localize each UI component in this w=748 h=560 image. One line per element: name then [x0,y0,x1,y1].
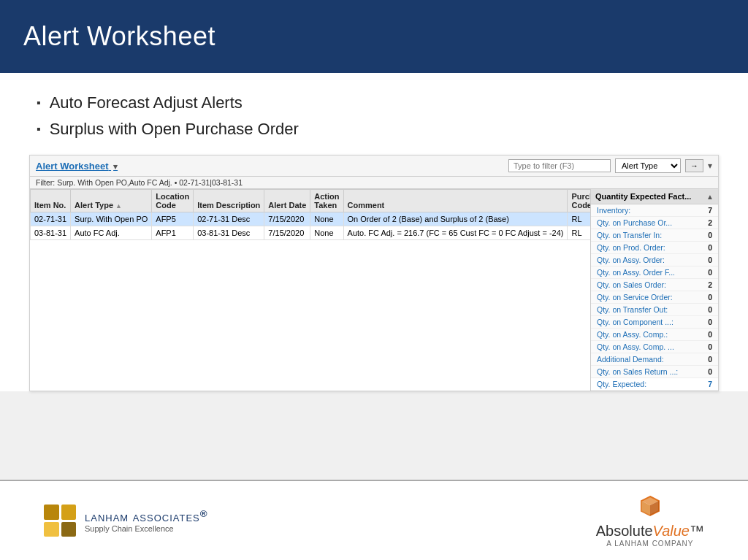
filter-go-button[interactable]: → [685,159,703,172]
table-cell: 7/15/2020 [264,226,310,240]
worksheet-title[interactable]: Alert Worksheet ▾ [36,161,118,172]
abs-cube-icon [637,494,663,520]
table-cell: 7/15/2020 [264,212,310,226]
title-dropdown-arrow[interactable]: ▾ [113,162,118,171]
alert-type-filter[interactable]: Alert Type [615,158,681,173]
table-cell: 02-71-31 [31,212,71,226]
factbox-value: 0 [708,330,712,339]
factbox-row: Qty. on Assy. Order F...0 [591,266,718,279]
factbox-header[interactable]: Quantity Expected Fact... ▲ [591,189,718,204]
factbox-value: 0 [708,268,712,277]
factbox-label: Qty. on Transfer Out: [597,305,668,314]
table-cell: 02-71-31 Desc [194,212,264,226]
table-cell: RL [568,226,590,240]
factbox-label: Qty. on Component ...: [597,318,673,326]
factbox-value: 7 [708,206,712,215]
factbox-row: Qty. on Assy. Comp. ...0 [591,341,718,353]
factbox-label: Qty. on Assy. Order: [597,256,665,264]
factbox-value: 2 [708,280,712,289]
worksheet-table-area: Item No. Alert Type ▲ LocationCode Item … [30,189,590,391]
col-header-comment: Comment [343,190,568,212]
factbox-row: Qty. on Sales Return ...:0 [591,366,718,378]
factbox-label: Qty. on Transfer In: [597,231,662,239]
factbox-row: Qty. on Component ...:0 [591,316,718,329]
table-cell: Auto FC Adj. [71,226,152,240]
factbox-label: Qty. on Service Order: [597,293,673,302]
factbox-label: Qty. Expected: [597,380,646,388]
factbox-value: 7 [708,380,712,388]
factbox-value: 0 [708,367,712,376]
worksheet-table: Item No. Alert Type ▲ LocationCode Item … [30,189,590,240]
worksheet-toolbar: Alert Worksheet ▾ Alert Type → ▾ [30,156,718,177]
col-header-location: LocationCode [152,190,194,212]
factbox-label: Additional Demand: [597,355,664,364]
quantity-factbox: Quantity Expected Fact... ▲ Inventory:7Q… [590,189,718,391]
factbox-value: 0 [708,293,712,302]
lanham-text: LANHAM ASSOCIATES® Supply Chain Excellen… [85,508,208,533]
table-row[interactable]: 02-71-31Surp. With Open POAFP502-71-31 D… [31,212,591,226]
logo-sq-4 [61,522,77,537]
alert-worksheet: Alert Worksheet ▾ Alert Type → ▾ Filter:… [29,155,719,391]
factbox-row: Qty. on Assy. Comp.:0 [591,329,718,341]
factbox-value: 0 [708,256,712,264]
toolbar-chevron[interactable]: ▾ [708,161,712,171]
col-header-action-taken: ActionTaken [310,190,343,212]
logo-sq-2 [61,505,77,520]
col-header-purchaser: PurchaserCode [568,190,590,212]
factbox-label: Qty. on Assy. Order F... [597,268,675,277]
factbox-label: Qty. on Sales Return ...: [597,367,678,376]
factbox-row: Qty. on Assy. Order:0 [591,254,718,266]
factbox-value: 2 [708,218,712,227]
factbox-row: Qty. on Prod. Order:0 [591,242,718,254]
table-cell: AFP5 [152,212,194,226]
factbox-row: Qty. on Sales Order:2 [591,279,718,291]
table-header-row: Item No. Alert Type ▲ LocationCode Item … [31,190,591,212]
filter-bar: Filter: Surp. With Open PO,Auto FC Adj. … [30,177,718,189]
factbox-label: Qty. on Assy. Comp.: [597,330,668,339]
table-cell: None [310,212,343,226]
factbox-label: Qty. on Assy. Comp. ... [597,342,674,351]
factbox-label: Qty. on Sales Order: [597,280,666,289]
filter-input[interactable] [508,159,611,172]
table-cell: Surp. With Open PO [71,212,152,226]
bullet-item-1: Auto Forecast Adjust Alerts [37,93,711,112]
logo-sq-3 [44,522,59,537]
factbox-label: Qty. on Purchase Or... [597,218,672,227]
lanham-logo: LANHAM ASSOCIATES® Supply Chain Excellen… [44,505,208,537]
company-tagline: Supply Chain Excellence [85,524,208,533]
factbox-value: 0 [708,231,712,239]
table-cell: On Order of 2 (Base) and Surplus of 2 (B… [343,212,568,226]
factbox-title: Quantity Expected Fact... [595,192,691,201]
bullet-list: Auto Forecast Adjust Alerts Surplus with… [37,93,711,139]
col-header-alert-date: Alert Date [264,190,310,212]
logo-sq-1 [44,505,59,520]
abs-sub-text: A LANHAM COMPANY [606,540,693,548]
col-header-item-desc: Item Description [194,190,264,212]
table-cell: RL [568,212,590,226]
factbox-collapse-icon[interactable]: ▲ [706,193,714,201]
table-cell: Auto. FC Adj. = 216.7 (FC = 65 Cust FC =… [343,226,568,240]
page-footer: LANHAM ASSOCIATES® Supply Chain Excellen… [0,480,748,560]
bullet-item-2: Surplus with Open Purchase Order [37,120,711,139]
factbox-value: 0 [708,305,712,314]
table-cell: None [310,226,343,240]
col-header-item-no: Item No. [31,190,71,212]
main-content: Auto Forecast Adjust Alerts Surplus with… [0,73,748,391]
abs-icon [637,494,663,520]
table-cell: 03-81-31 Desc [194,226,264,240]
factbox-row: Qty. Expected:7 [591,378,718,391]
company-name: LANHAM ASSOCIATES® [85,508,208,524]
table-row[interactable]: 03-81-31Auto FC Adj.AFP103-81-31 Desc7/1… [31,226,591,240]
worksheet-body: Item No. Alert Type ▲ LocationCode Item … [30,189,718,391]
table-cell: AFP1 [152,226,194,240]
factbox-row: Qty. on Purchase Or...2 [591,217,718,229]
factbox-rows: Inventory:7Qty. on Purchase Or...2Qty. o… [591,204,718,391]
factbox-row: Inventory:7 [591,204,718,217]
factbox-value: 0 [708,318,712,326]
factbox-value: 0 [708,355,712,364]
factbox-label: Inventory: [597,206,630,215]
abs-value-text: AbsoluteValue™ [596,523,704,540]
table-cell: 03-81-31 [31,226,71,240]
absolute-value-logo: AbsoluteValue™ A LANHAM COMPANY [596,494,704,548]
col-header-alert-type[interactable]: Alert Type ▲ [71,190,152,212]
